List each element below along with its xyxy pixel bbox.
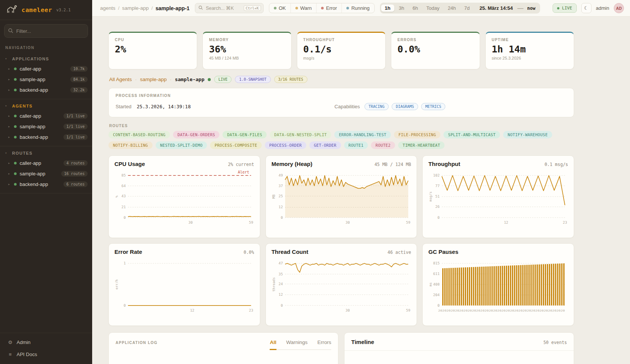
status-filter-error[interactable]: Error (316, 3, 341, 13)
route-chip-timer-heartbeat[interactable]: TIMER-HEARTBEAT (398, 141, 445, 149)
route-chip-notify-billing[interactable]: NOTIFY-BILLING (108, 141, 153, 149)
sidebar-item-backend-app[interactable]: ▸backend-app32.2k (0, 84, 92, 95)
route-chip-route1[interactable]: ROUTE1 (344, 141, 368, 149)
footer-item-label: Admin (17, 339, 31, 345)
svg-text:23: 23 (563, 220, 567, 224)
chart-card-cpu-usage: CPU Usage2% current856443210%Alert3059 (108, 155, 260, 238)
svg-text:51: 51 (435, 194, 440, 198)
process-information-card: PROCESS INFORMATION Started 25.3.2026, 1… (108, 88, 574, 117)
svg-text:30: 30 (188, 220, 193, 224)
log-tab-bar: AllWarningsErrors (270, 339, 331, 350)
status-dot-icon (14, 89, 17, 91)
route-chip-data-gen-nested-split[interactable]: DATA-GEN-NESTED-SPLIT (270, 131, 331, 138)
chart-current-value: 46 active (388, 250, 411, 255)
status-filter-warn[interactable]: Warn (290, 3, 317, 13)
log-tab-all[interactable]: All (270, 339, 276, 350)
sidebar-item-sample-app[interactable]: ▸sample-app16 routes (0, 168, 92, 179)
time-range-3h[interactable]: 3h (395, 5, 408, 12)
sidebar-section-header-agents[interactable]: ▾AGENTS (0, 101, 92, 111)
agent-badge-3-16-routes: 3/16 ROUTES (274, 76, 307, 83)
content-scroll-area[interactable]: CPU2%MEMORY36%45 MB / 124 MBTHROUGHPUT0.… (92, 17, 630, 364)
status-filter-running[interactable]: Running (341, 3, 374, 13)
svg-text:35: 35 (278, 272, 283, 276)
route-chip-get-order[interactable]: GET-ORDER (309, 141, 341, 149)
footer-item-api-docs[interactable]: ≡API Docs (0, 348, 92, 360)
sidebar-item-backend-app[interactable]: ▸backend-app6 routes (0, 179, 92, 189)
capability-chips: TRACINGDIAGRAMSMETRICS (364, 103, 445, 110)
route-chip-process-order[interactable]: PROCESS-ORDER (265, 141, 306, 149)
time-range-1h[interactable]: 1h (381, 5, 394, 12)
breadcrumb-separator: / (151, 5, 153, 11)
route-chip-notify-warehouse[interactable]: NOTIFY-WAREHOUSE (503, 131, 552, 138)
breadcrumb-item[interactable]: agents (100, 5, 116, 11)
sidebar-section-header-applications[interactable]: ▾APPLICATIONS (0, 54, 92, 63)
sidebar-item-badge: 6 routes (63, 181, 88, 187)
time-range-today[interactable]: Today (423, 5, 443, 12)
sidebar-item-sample-app[interactable]: ▸sample-app84.1k (0, 74, 92, 84)
filter-input[interactable] (5, 25, 88, 37)
footer-item-admin[interactable]: ⚙Admin (0, 336, 92, 348)
route-chip-data-gen-files[interactable]: DATA-GEN-FILES (222, 131, 267, 138)
time-range-6h[interactable]: 6h (409, 5, 422, 12)
route-chip-route2[interactable]: ROUTE2 (371, 141, 395, 149)
sidebar-item-label: backend-app (20, 181, 48, 187)
theme-toggle-button[interactable]: ☾ (581, 3, 591, 13)
sidebar-item-backend-app[interactable]: ▸backend-app1/1 live (0, 132, 92, 142)
status-dot-icon (346, 7, 349, 9)
live-badge[interactable]: LIVE (553, 3, 577, 13)
svg-text:43: 43 (122, 194, 126, 198)
status-filter-ok[interactable]: OK (269, 3, 290, 13)
log-tab-warnings[interactable]: Warnings (286, 339, 308, 350)
agent-crumb[interactable]: All Agents (109, 77, 132, 82)
chart-title: Thread Count (272, 249, 309, 255)
route-chip-nested-split-demo[interactable]: NESTED-SPLIT-DEMO (156, 141, 207, 149)
status-filter-label: Error (326, 5, 337, 11)
svg-text:0: 0 (124, 303, 126, 307)
topbar: agents/sample-app/sample-app-1 Search...… (92, 0, 630, 17)
sidebar-section-header-routes[interactable]: ▾ROUTES (0, 149, 92, 158)
search-shortcut-kbd: Ctrl+K (244, 5, 261, 11)
date-range-label[interactable]: 25. März 14:54 (474, 5, 516, 11)
svg-text:77: 77 (435, 184, 440, 188)
route-chip-split-and-multicast[interactable]: SPLIT-AND-MULTICAST (443, 131, 500, 138)
agent-current[interactable]: sample-app (175, 77, 204, 82)
search-input[interactable]: Search... ⌘K Ctrl+K (195, 3, 264, 13)
route-chip-file-processing[interactable]: FILE-PROCESSING (394, 131, 440, 138)
route-chip-error-handling-test[interactable]: ERROR-HANDLING-TEST (334, 131, 391, 138)
chevron-right-icon: ▸ (8, 183, 14, 186)
svg-text:47: 47 (278, 261, 283, 265)
chart-header: Thread Count46 active (272, 249, 411, 255)
sidebar-item-label: caller-app (20, 66, 41, 72)
avatar[interactable]: AD (614, 3, 624, 13)
log-tab-errors[interactable]: Errors (317, 339, 331, 350)
kpi-label: THROUGHPUT (303, 38, 379, 42)
time-range-24h[interactable]: 24h (444, 5, 460, 12)
chevron-right-icon: ▸ (8, 78, 14, 81)
status-dot-icon (14, 125, 17, 128)
sidebar-item-caller-app[interactable]: ▸caller-app10.7k (0, 63, 92, 74)
navigation-label: NAVIGATION (0, 40, 92, 52)
route-chip-data-gen-orders[interactable]: DATA-GEN-ORDERS (173, 131, 219, 138)
kpi-card-memory: MEMORY36%45 MB / 124 MB (202, 32, 291, 69)
svg-text:49: 49 (278, 173, 283, 177)
sidebar-item-label: caller-app (20, 160, 41, 166)
status-dot-icon (14, 115, 17, 117)
agent-crumb[interactable]: sample-app (140, 77, 167, 82)
sidebar-item-caller-app[interactable]: ▸caller-app4 routes (0, 158, 92, 168)
sidebar-item-caller-app[interactable]: ▸caller-app1/1 live (0, 111, 92, 121)
breadcrumb-item[interactable]: sample-app (122, 5, 149, 11)
chart-plot-memory-heap: 493725120MB3059 (272, 169, 411, 228)
date-range-now[interactable]: now (525, 6, 539, 11)
sidebar-item-sample-app[interactable]: ▸sample-app1/1 live (0, 121, 92, 132)
svg-text:msg/s: msg/s (429, 192, 432, 202)
brand-version: v3.2.1 (56, 8, 71, 12)
started-value: 25.3.2026, 14:39:18 (137, 104, 191, 109)
route-chip-process-composite[interactable]: PROCESS-COMPOSITE (210, 141, 262, 149)
camel-logo-icon (5, 4, 18, 16)
user-name: admin (596, 5, 609, 11)
docs-icon: ≡ (8, 352, 13, 357)
time-range-7d[interactable]: 7d (460, 5, 473, 12)
route-chip-content-based-routing[interactable]: CONTENT-BASED-ROUTING (108, 131, 170, 138)
chart-header: GC Pauses (428, 249, 568, 255)
agent-badge-live: LIVE (214, 76, 232, 83)
